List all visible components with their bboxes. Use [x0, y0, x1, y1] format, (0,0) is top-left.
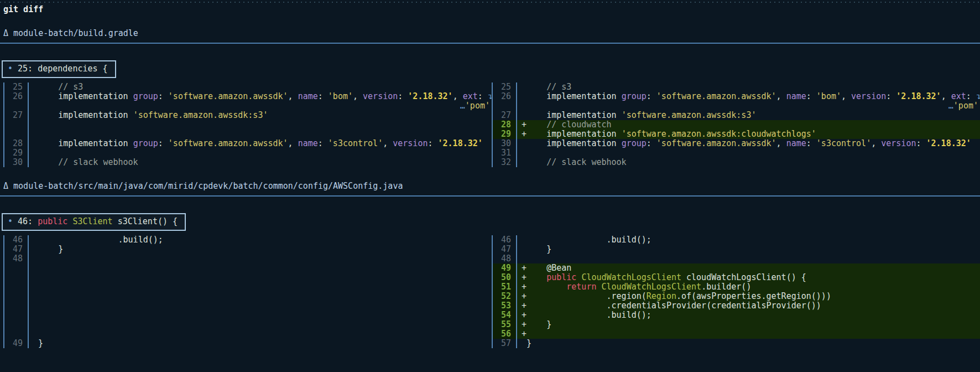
diff-row: [3, 264, 492, 273]
file-header: Δ module-batch/src/main/java/com/mirid/c…: [0, 182, 980, 197]
code-line: [29, 311, 492, 320]
code-line: }: [29, 245, 492, 254]
code-line: // slack webhook: [517, 158, 980, 167]
diff-row-added: 51+ return CloudWatchLogsClient.builder(…: [492, 282, 980, 292]
code-line: + // cloudwatch: [517, 120, 980, 130]
code-line: + .build();: [517, 311, 980, 320]
file-changed-delta-icon: Δ: [3, 181, 13, 191]
line-number: 32: [492, 158, 517, 167]
code-segment: :: [478, 92, 488, 101]
code-segment: ,: [288, 92, 298, 101]
line-number: 57: [492, 339, 517, 348]
line-number: [3, 301, 29, 311]
code-segment: …: [460, 101, 465, 111]
code-segment: S3Client: [72, 216, 117, 226]
code-segment: return: [566, 282, 601, 292]
line-wrap-icon: ↴: [488, 92, 492, 101]
code-segment: 'pom': [953, 101, 978, 111]
diff-row-added: 49+ @Bean: [492, 264, 980, 273]
code-segment: group: [622, 139, 647, 148]
shell-command: git diff: [3, 5, 980, 14]
code-segment: + .build();: [522, 311, 651, 320]
diff-row-added: 55+ }: [492, 320, 980, 329]
diff-row: [3, 320, 492, 329]
diff-pane-left: 25 // s326 implementation group: 'softwa…: [3, 82, 492, 167]
diff-row: 26 implementation group: 'software.amazo…: [492, 92, 980, 101]
code-line: [517, 254, 980, 264]
diff-output: Δ module-batch/build.gradle• 25: depende…: [0, 29, 980, 348]
diff-row: [3, 301, 492, 311]
terminal-window: git diff Δ module-batch/build.gradle• 25…: [0, 0, 980, 372]
code-segment: '2.18.32': [896, 92, 941, 101]
code-line: [29, 120, 492, 130]
code-segment: :: [916, 139, 926, 148]
code-line: +: [517, 329, 980, 339]
line-number: 48: [492, 254, 517, 264]
code-line: [29, 148, 492, 158]
code-segment: [33, 82, 58, 92]
code-segment: + }: [522, 320, 551, 329]
code-segment: version: [363, 92, 398, 101]
diff-side-by-side: 46 .build();47 }4849 }46 .build();47 }48…: [0, 235, 980, 348]
diff-row: [3, 120, 492, 130]
code-segment: 'software.amazon.awssdk:cloudwatchlogs': [622, 130, 816, 139]
line-number: 54: [492, 311, 517, 320]
code-line: + public CloudWatchLogsClient cloudWatch…: [517, 273, 980, 282]
code-segment: ,: [776, 92, 786, 101]
code-line: + .credentialsProvider(credentialsProvid…: [517, 301, 980, 311]
diff-row-added: 50+ public CloudWatchLogsClient cloudWat…: [492, 273, 980, 282]
code-line: [29, 301, 492, 311]
code-segment: …: [948, 101, 953, 111]
diff-row: [3, 273, 492, 282]
code-line: implementation group: 'software.amazon.a…: [29, 139, 492, 148]
line-number: 53: [492, 301, 517, 311]
code-line: + return CloudWatchLogsClient.builder(): [517, 282, 980, 292]
diff-row: 27 implementation 'software.amazon.awssd…: [3, 111, 492, 120]
hunk-header: • 46: public S3Client s3Client() {: [2, 213, 186, 231]
code-segment: :: [158, 139, 168, 148]
code-segment: }: [33, 339, 43, 348]
code-segment: 'software.amazon.awssdk:s3': [133, 111, 268, 120]
diff-row: 46 .build();: [3, 235, 492, 245]
code-line: // s3: [517, 82, 980, 92]
code-segment: CloudWatchLogsClient: [581, 273, 686, 282]
code-segment: public: [546, 273, 581, 282]
line-number: 27: [3, 111, 29, 120]
code-segment: 25: dependencies {: [18, 64, 108, 74]
code-segment: ext: [951, 92, 966, 101]
code-segment: name: [786, 92, 806, 101]
line-number: [3, 273, 29, 282]
code-segment: 46:: [18, 216, 38, 226]
line-number: 50: [492, 273, 517, 282]
code-segment: [33, 158, 58, 167]
code-segment: }: [33, 245, 63, 254]
code-segment: :: [966, 92, 976, 101]
code-segment: }: [522, 245, 551, 254]
code-segment: .build();: [522, 235, 651, 245]
code-segment: :: [806, 139, 816, 148]
code-segment: .build();: [33, 235, 163, 245]
line-number: [3, 292, 29, 301]
code-segment: // cloudwatch: [546, 120, 611, 130]
code-segment: + implementation: [522, 130, 622, 139]
code-segment: 'software.amazon.awssdk': [656, 139, 776, 148]
code-segment: :: [158, 92, 168, 101]
line-number: 47: [492, 245, 517, 254]
code-segment: [522, 82, 546, 92]
line-number: 52: [492, 292, 517, 301]
code-segment: group: [133, 92, 158, 101]
diff-row-added: 56+: [492, 329, 980, 339]
line-number: 26: [3, 92, 29, 101]
code-line: + .region(Region.of(awsProperties.getReg…: [517, 292, 980, 301]
code-segment: implementation: [33, 111, 133, 120]
code-segment: 's3control': [816, 139, 871, 148]
code-segment: 'software.amazon.awssdk': [168, 92, 288, 101]
line-number: 30: [492, 139, 517, 148]
line-number: 29: [492, 130, 517, 139]
diff-row: …'pom': [492, 101, 980, 111]
code-segment: name: [298, 139, 318, 148]
code-segment: ,: [841, 92, 851, 101]
file-section: Δ module-batch/src/main/java/com/mirid/c…: [0, 182, 980, 348]
diff-row: 48: [492, 254, 980, 264]
code-segment: name: [786, 139, 806, 148]
